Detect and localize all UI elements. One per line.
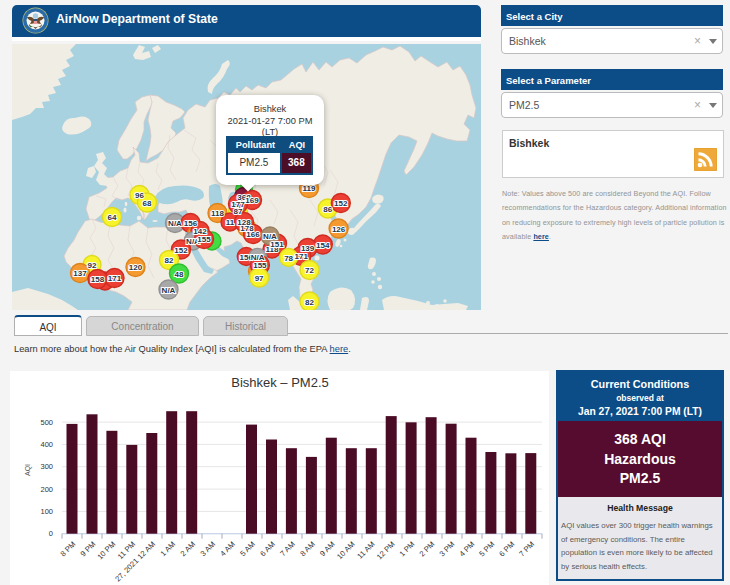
svg-text:Bishkek – PM2.5: Bishkek – PM2.5: [231, 375, 329, 390]
svg-text:1 AM: 1 AM: [159, 540, 178, 559]
svg-text:12 PM: 12 PM: [375, 540, 397, 562]
svg-text:171: 171: [295, 252, 309, 261]
svg-text:169: 169: [245, 196, 259, 205]
svg-text:10 PM: 10 PM: [95, 540, 117, 562]
svg-text:128: 128: [237, 218, 251, 227]
svg-text:171: 171: [108, 274, 122, 283]
svg-text:11: 11: [226, 218, 235, 227]
svg-text:78: 78: [284, 254, 293, 263]
svg-text:200: 200: [40, 485, 53, 494]
svg-text:6 AM: 6 AM: [258, 540, 277, 559]
svg-text:166: 166: [246, 230, 260, 239]
svg-text:400: 400: [40, 440, 53, 449]
svg-text:7 AM: 7 AM: [278, 540, 297, 559]
svg-text:64: 64: [108, 213, 117, 222]
svg-text:92: 92: [88, 261, 97, 270]
svg-text:6 PM: 6 PM: [497, 540, 516, 559]
svg-text:152: 152: [334, 199, 348, 208]
svg-text:4 AM: 4 AM: [218, 540, 237, 559]
svg-text:82: 82: [165, 256, 174, 265]
svg-text:N/A: N/A: [162, 286, 176, 295]
svg-text:154: 154: [316, 241, 330, 250]
svg-text:87: 87: [234, 207, 243, 216]
svg-text:2 PM: 2 PM: [418, 540, 437, 559]
svg-text:5 AM: 5 AM: [238, 540, 257, 559]
svg-text:126: 126: [332, 225, 346, 234]
svg-text:4 PM: 4 PM: [458, 540, 477, 559]
svg-text:68: 68: [143, 199, 152, 208]
svg-text:100: 100: [40, 507, 53, 516]
svg-text:86: 86: [323, 205, 332, 214]
svg-text:8 PM: 8 PM: [59, 540, 78, 559]
svg-text:N/A: N/A: [168, 219, 182, 228]
svg-text:82: 82: [305, 298, 314, 307]
svg-text:97: 97: [255, 274, 264, 283]
svg-text:8 AM: 8 AM: [298, 540, 317, 559]
svg-text:N/A: N/A: [263, 232, 277, 241]
svg-text:155: 155: [253, 261, 267, 270]
svg-text:9 AM: 9 AM: [318, 540, 337, 559]
svg-text:152: 152: [174, 246, 188, 255]
svg-text:300: 300: [40, 462, 53, 471]
svg-text:3 AM: 3 AM: [199, 540, 218, 559]
svg-text:500: 500: [40, 418, 53, 427]
svg-text:120: 120: [129, 263, 143, 272]
svg-text:155: 155: [197, 235, 211, 244]
svg-text:0: 0: [49, 529, 53, 538]
svg-text:AQI: AQI: [24, 464, 32, 476]
svg-text:11 AM: 11 AM: [355, 540, 376, 561]
svg-text:10 AM: 10 AM: [335, 540, 357, 562]
svg-text:7 PM: 7 PM: [517, 540, 536, 559]
svg-text:9 PM: 9 PM: [79, 540, 98, 559]
svg-text:1 PM: 1 PM: [398, 540, 417, 559]
svg-text:119: 119: [303, 184, 316, 193]
svg-text:118: 118: [211, 209, 224, 218]
svg-text:3 PM: 3 PM: [438, 540, 457, 559]
svg-text:48: 48: [175, 270, 184, 279]
svg-text:2 AM: 2 AM: [179, 540, 198, 559]
svg-text:5 PM: 5 PM: [477, 540, 496, 559]
svg-text:72: 72: [305, 266, 314, 275]
svg-text:158: 158: [91, 275, 105, 284]
svg-text:137: 137: [73, 269, 87, 278]
